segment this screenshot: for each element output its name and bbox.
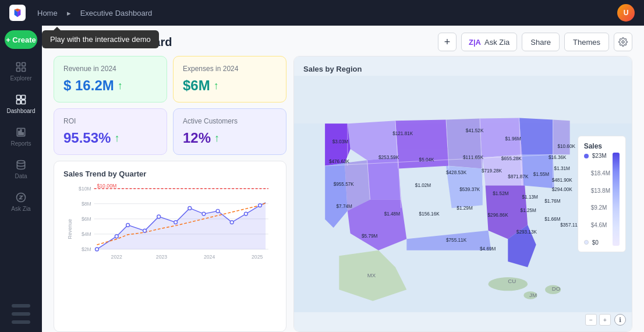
settings-button[interactable]	[614, 33, 632, 51]
svg-point-29	[188, 207, 192, 210]
svg-text:$1.13M: $1.13M	[522, 195, 539, 200]
share-button[interactable]: Share	[522, 33, 560, 51]
svg-text:$41.52K: $41.52K	[466, 128, 484, 133]
map-legend: Sales $23M $18.4M $13.8M $9.2M $4.6M	[578, 136, 626, 252]
svg-text:$4.69M: $4.69M	[480, 246, 496, 252]
svg-text:$719.28K: $719.28K	[482, 168, 503, 174]
svg-text:$111.65K: $111.65K	[463, 155, 484, 160]
interactive-demo-tooltip: Play with the interactive demo	[42, 30, 159, 48]
customers-label: Active Customers	[183, 117, 277, 125]
ask-zia-label: Ask Zia	[11, 206, 30, 212]
svg-text:$293.13K: $293.13K	[516, 229, 537, 235]
svg-text:2023: 2023	[156, 254, 167, 260]
map-zoom-minus[interactable]: −	[585, 314, 597, 326]
sales-by-region-card: Sales by Region	[293, 56, 632, 332]
svg-text:$1.52M: $1.52M	[493, 191, 509, 196]
map-title: Sales by Region	[303, 65, 362, 73]
legend-value-4: $9.2M	[584, 204, 610, 211]
top-nav: Home ▸ Executive Dashboard U	[0, 0, 644, 26]
svg-text:$294.00K: $294.00K	[552, 187, 573, 192]
svg-rect-1	[22, 62, 26, 66]
svg-text:$16.36K: $16.36K	[549, 155, 567, 160]
svg-point-33	[244, 212, 247, 216]
svg-text:$5.79M: $5.79M	[362, 234, 378, 239]
expenses-label: Expenses in 2024	[183, 65, 277, 73]
svg-text:2022: 2022	[111, 254, 122, 260]
svg-text:$1.48M: $1.48M	[384, 211, 401, 217]
svg-text:$428.53K: $428.53K	[446, 170, 467, 175]
svg-text:$1.02M: $1.02M	[415, 183, 431, 188]
chart-svg: $10M $8M $6M $4M $2M Revenue $10.00M	[63, 183, 277, 264]
chart-title: Sales Trend by Quarter	[63, 169, 277, 178]
app-logo	[9, 5, 26, 21]
zia-icon	[15, 192, 27, 203]
svg-text:$253.59K: $253.59K	[378, 155, 399, 160]
svg-text:$4M: $4M	[82, 231, 91, 237]
svg-text:$1.76M: $1.76M	[544, 199, 561, 204]
legend-value-min: $0	[592, 239, 599, 246]
svg-text:$156.16K: $156.16K	[419, 211, 440, 217]
svg-point-25	[126, 224, 130, 227]
svg-text:2025: 2025	[252, 254, 263, 260]
legend-item-max: $23M	[584, 153, 610, 159]
svg-text:Revenue: Revenue	[67, 219, 73, 239]
svg-point-8	[17, 160, 24, 163]
legend-title: Sales	[584, 142, 620, 150]
sidebar-item-data[interactable]: Data	[2, 154, 40, 184]
svg-text:$755.11K: $755.11K	[446, 238, 467, 243]
sidebar-item-ask-zia[interactable]: Ask Zia	[2, 186, 40, 217]
sidebar-bottom	[12, 303, 30, 332]
svg-text:$2M: $2M	[82, 246, 91, 252]
svg-text:$10M: $10M	[79, 186, 91, 192]
nav-breadcrumb-title: Executive Dashboard	[80, 9, 153, 17]
kpi-expenses: Expenses in 2024 $6M ↑	[173, 56, 286, 103]
create-button[interactable]: + Create	[5, 30, 37, 49]
kpi-revenue: Revenue in 2024 $ 16.2M ↑	[54, 56, 167, 103]
svg-text:$955.57K: $955.57K	[334, 182, 355, 187]
svg-rect-5	[22, 95, 26, 99]
sidebar-item-dashboard[interactable]: Dashboard	[2, 89, 40, 119]
sidebar-item-explorer[interactable]: Explorer	[2, 56, 40, 86]
dashboard-icon	[15, 94, 27, 105]
svg-rect-6	[17, 100, 21, 104]
svg-text:$1.31M: $1.31M	[554, 166, 571, 171]
svg-text:$5.04K: $5.04K	[419, 157, 435, 163]
kpi-customers: Active Customers 12% ↑	[173, 108, 286, 155]
dashboard-grid: Revenue in 2024 $ 16.2M ↑ Expenses in 20…	[42, 56, 644, 332]
svg-text:$121.81K: $121.81K	[392, 131, 413, 136]
tooltip-text: Play with the interactive demo	[50, 35, 151, 44]
header-actions: + Z|A Ask Zia Share Themes	[438, 33, 632, 51]
avatar: U	[617, 4, 635, 22]
map-zoom-plus[interactable]: +	[599, 314, 611, 326]
expenses-trend-icon: ↑	[214, 80, 219, 92]
legend-value-5: $4.6M	[584, 222, 610, 228]
reports-icon	[15, 126, 27, 138]
sidebar: + Create Explorer Dashboard Reports	[0, 26, 42, 332]
svg-rect-40	[294, 76, 632, 123]
svg-rect-0	[17, 62, 20, 66]
sidebar-dot-3	[12, 320, 30, 324]
ask-zia-button[interactable]: Z|A Ask Zia	[461, 33, 517, 51]
nav-home[interactable]: Home	[37, 9, 58, 17]
revenue-label: Revenue in 2024	[63, 65, 157, 73]
svg-point-24	[115, 235, 118, 238]
svg-text:$3.03M: $3.03M	[332, 139, 349, 144]
reports-label: Reports	[10, 140, 31, 147]
svg-text:CU: CU	[508, 278, 516, 284]
svg-rect-2	[17, 68, 20, 71]
main-content: Executive Dashboard + Z|A Ask Zia Share …	[42, 26, 644, 332]
map-info-button[interactable]: ℹ	[614, 314, 626, 326]
sidebar-item-reports[interactable]: Reports	[2, 121, 40, 151]
left-column: Revenue in 2024 $ 16.2M ↑ Expenses in 20…	[54, 56, 286, 332]
expenses-value: $6M ↑	[183, 77, 277, 94]
svg-text:DO: DO	[552, 285, 561, 292]
kpi-row-1: Revenue in 2024 $ 16.2M ↑ Expenses in 20…	[54, 56, 286, 103]
customers-trend-icon: ↑	[214, 132, 220, 144]
svg-text:$476.63K: $476.63K	[329, 159, 350, 164]
themes-button[interactable]: Themes	[564, 33, 609, 51]
legend-gradient	[613, 153, 620, 246]
add-widget-button[interactable]: +	[438, 33, 457, 51]
svg-text:$6M: $6M	[82, 216, 91, 222]
map-container: $3.03M $121.81K $41.52K $1.96M $10.60K $…	[294, 56, 632, 331]
explorer-icon	[15, 61, 27, 73]
